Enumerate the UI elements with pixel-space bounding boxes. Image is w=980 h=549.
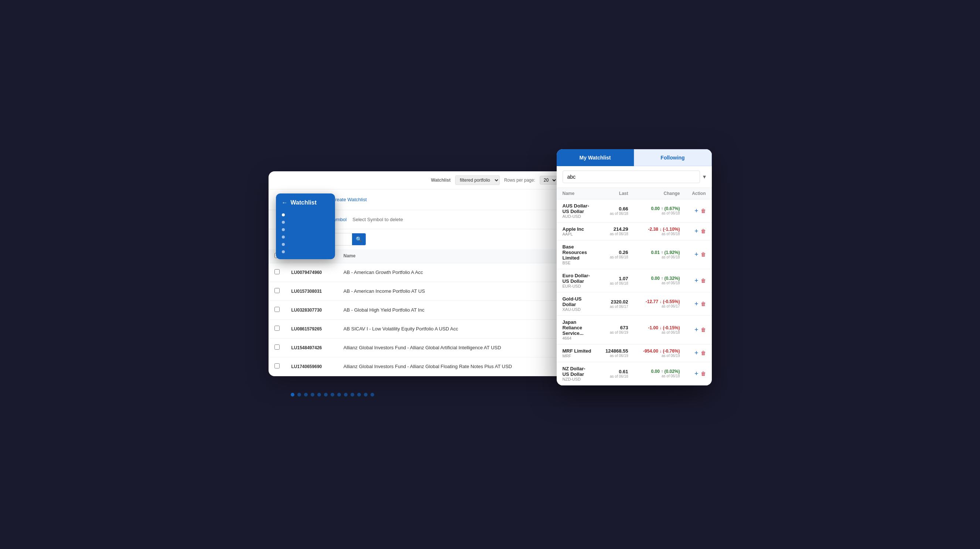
popup-list-item: Japan Reliance Service... 4664 673 as of… — [557, 316, 712, 344]
bottom-dot-9[interactable] — [350, 393, 354, 397]
popup-row-last-3: 1.07 as of 06/18 — [592, 276, 628, 286]
dot-4[interactable] — [282, 236, 285, 238]
add-symbol-btn-6[interactable]: + — [694, 350, 698, 356]
add-symbol-btn-1[interactable]: + — [694, 228, 698, 235]
popup-search-row: ▾ — [557, 166, 712, 188]
popup-row-last-0: 0.66 as of 06/18 — [592, 206, 628, 216]
row-symbol-5: LU1740659690 — [286, 357, 337, 376]
bottom-dot-10[interactable] — [357, 393, 361, 397]
row-symbol-1: LU0157308031 — [286, 282, 337, 300]
popup-header-action: Action — [680, 191, 706, 196]
popup-search-input[interactable] — [563, 171, 700, 183]
row-checkbox-5[interactable] — [269, 357, 286, 376]
bottom-dot-0[interactable] — [291, 393, 294, 397]
bottom-dot-8[interactable] — [344, 393, 348, 397]
scene: Watchlist filtered portfolio Rows per pa… — [269, 149, 712, 400]
bottom-dot-6[interactable] — [331, 393, 334, 397]
popup-table-header: Name Last Change Action — [557, 188, 712, 199]
popup-row-actions-3: + 🗑 — [680, 277, 706, 284]
popup-row-actions-6: + 🗑 — [680, 350, 706, 356]
bottom-dot-12[interactable] — [371, 393, 374, 397]
row-symbol-2: LU0328307730 — [286, 300, 337, 319]
popup-rows-container: AUS Dollar-US Dollar AUD-USD 0.66 as of … — [557, 199, 712, 386]
side-panel-title: ← Watchlist — [282, 199, 329, 206]
delete-symbol-btn-0[interactable]: 🗑 — [701, 208, 706, 214]
dot-3[interactable] — [282, 228, 285, 231]
popup-header-last: Last — [592, 191, 628, 196]
delete-symbol-btn-6[interactable]: 🗑 — [701, 350, 706, 356]
popup-tabs: My Watchlist Following — [557, 149, 712, 166]
row-checkbox-4[interactable] — [269, 338, 286, 357]
delete-symbol-btn-5[interactable]: 🗑 — [701, 327, 706, 333]
bottom-dot-1[interactable] — [298, 393, 301, 397]
popup-row-last-7: 0.61 as of 06/18 — [592, 369, 628, 378]
bottom-dot-3[interactable] — [311, 393, 314, 397]
add-symbol-btn-3[interactable]: + — [694, 277, 698, 284]
popup-list-item: Euro Dollar-US Dollar EUR-USD 1.07 as of… — [557, 269, 712, 292]
popup-list-item: NZ Dollar-US Dollar NZD-USD 0.61 as of 0… — [557, 362, 712, 386]
dot-5[interactable] — [282, 243, 285, 246]
popup-row-name-7: NZ Dollar-US Dollar NZD-USD — [563, 366, 592, 381]
row-checkbox-0[interactable] — [269, 263, 286, 282]
row-name-3: AB SICAV I - Low Volatility Equity Portf… — [337, 319, 560, 338]
tab-delete-text: Select Symbol to delete — [352, 217, 403, 222]
add-symbol-btn-7[interactable]: + — [694, 370, 698, 377]
row-name-2: AB - Global High Yield Portfolio AT Inc — [337, 300, 560, 319]
bottom-dot-7[interactable] — [337, 393, 341, 397]
back-icon: ← — [282, 199, 288, 206]
add-symbol-btn-2[interactable]: + — [694, 251, 698, 258]
popup-row-name-6: MRF Limited MRF — [563, 348, 592, 358]
row-name-4: Allianz Global Investors Fund - Allianz … — [337, 338, 560, 357]
dot-6[interactable] — [282, 250, 285, 253]
row-checkbox-3[interactable] — [269, 319, 286, 338]
row-name-5: Allianz Global Investors Fund - Allianz … — [337, 357, 560, 376]
bottom-dot-11[interactable] — [364, 393, 368, 397]
tab-my-watchlist[interactable]: My Watchlist — [557, 149, 634, 166]
popup-list-item: Gold-US Dollar XAU-USD 2320.02 as of 06/… — [557, 292, 712, 316]
popup-row-name-5: Japan Reliance Service... 4664 — [563, 319, 592, 340]
delete-symbol-btn-7[interactable]: 🗑 — [701, 371, 706, 377]
rows-per-page-label: Rows per page: — [504, 178, 535, 183]
tab-following[interactable]: Following — [634, 149, 712, 166]
add-symbol-btn-4[interactable]: + — [694, 300, 698, 307]
popup-row-actions-5: + 🗑 — [680, 326, 706, 333]
add-symbol-btn-5[interactable]: + — [694, 326, 698, 333]
popup-row-last-2: 0.26 as of 06/18 — [592, 249, 628, 259]
row-checkbox-2[interactable] — [269, 300, 286, 319]
popup-dropdown-icon[interactable]: ▾ — [703, 173, 706, 180]
watchlist-label: Watchlist — [431, 178, 451, 183]
row-checkbox-1[interactable] — [269, 282, 286, 300]
dot-2[interactable] — [282, 221, 285, 224]
rows-per-page-select[interactable]: 20 — [540, 176, 557, 185]
delete-symbol-btn-3[interactable]: 🗑 — [701, 278, 706, 284]
bottom-dot-4[interactable] — [317, 393, 321, 397]
watchlist-side-panel: ← Watchlist — [276, 194, 335, 259]
popup-row-change-1: -2.38 ↓ (-1.10%) as of 06/18 — [628, 227, 680, 236]
popup-row-last-5: 673 as of 06/19 — [592, 325, 628, 335]
popup-row-name-0: AUS Dollar-US Dollar AUD-USD — [563, 203, 592, 219]
popup-row-change-0: 0.00 ↑ (0.67%) as of 06/18 — [628, 206, 680, 215]
bottom-dot-5[interactable] — [324, 393, 328, 397]
dot-1[interactable] — [282, 213, 285, 216]
popup-row-change-5: -1.00 ↓ (-0.15%) as of 06/18 — [628, 325, 680, 335]
popup-row-name-2: Base Resources Limited BSE — [563, 244, 592, 265]
bottom-dot-2[interactable] — [304, 393, 308, 397]
popup-row-last-1: 214.29 as of 06/18 — [592, 226, 628, 236]
popup-list-item: Apple Inc AAPL 214.29 as of 06/18 -2.38 … — [557, 223, 712, 240]
popup-list-item: MRF Limited MRF 124868.55 as of 06/19 -9… — [557, 344, 712, 362]
side-panel-dots — [282, 213, 329, 253]
popup-row-actions-4: + 🗑 — [680, 300, 706, 307]
row-symbol-0: LU0079474960 — [286, 263, 337, 282]
delete-symbol-btn-1[interactable]: 🗑 — [701, 228, 706, 234]
popup-row-change-6: -954.00 ↓ (-0.76%) as of 06/19 — [628, 349, 680, 358]
delete-symbol-btn-2[interactable]: 🗑 — [701, 251, 706, 257]
popup-row-actions-7: + 🗑 — [680, 370, 706, 377]
add-symbol-btn-0[interactable]: + — [694, 208, 698, 214]
symbol-search-button[interactable]: 🔍 — [352, 233, 366, 245]
header-name: Name — [337, 249, 560, 263]
bottom-pagination-dots — [291, 393, 374, 397]
row-name-0: AB - American Growth Portfolio A Acc — [337, 263, 560, 282]
popup-row-name-3: Euro Dollar-US Dollar EUR-USD — [563, 273, 592, 288]
watchlist-select[interactable]: filtered portfolio — [455, 175, 500, 185]
delete-symbol-btn-4[interactable]: 🗑 — [701, 301, 706, 307]
